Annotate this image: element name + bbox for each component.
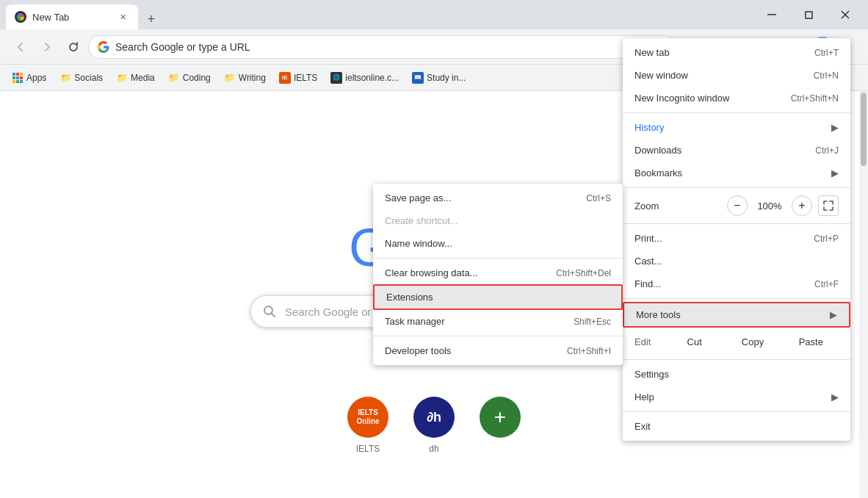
chrome-window: New Tab ✕ + [0, 0, 868, 498]
shortcut-dh[interactable]: ∂h dh [408, 397, 460, 454]
search-placeholder: Search Google or type a [285, 306, 405, 318]
bookmark-coding[interactable]: 📁 Coding [162, 69, 217, 87]
bookmark-apps[interactable]: Apps [6, 69, 52, 87]
folder-icon-media: 📁 [116, 72, 128, 84]
tp-extension-icon[interactable]: Tp [739, 38, 756, 56]
bookmark-ieltsonline[interactable]: 🌐 ieltsonline.c... [325, 69, 405, 87]
svg-rect-16 [12, 76, 15, 79]
apps-grid-icon [12, 72, 23, 84]
back-button[interactable] [9, 35, 32, 59]
bookmark-media-label: Media [131, 73, 155, 83]
svg-rect-17 [16, 76, 19, 79]
shortcut-dh-icon: ∂h [413, 397, 455, 438]
forward-button[interactable] [35, 35, 59, 59]
title-bar: New Tab ✕ + [0, 0, 868, 29]
svg-rect-8 [792, 46, 795, 49]
bookmarks-bar: Apps 📁 Socials 📁 Media 📁 Coding 📁 Writin… [0, 65, 868, 91]
maximize-button[interactable] [792, 2, 825, 27]
active-tab[interactable]: New Tab ✕ [6, 4, 138, 29]
address-text: Search Google or type a URL [115, 41, 668, 53]
scrollbar-area[interactable] [859, 91, 868, 498]
shortcut-dh-label: dh [429, 444, 438, 454]
page-content: Google Search Google or type a IELTSOnli… [0, 91, 868, 498]
bookmark-ielts[interactable]: IE IELTS [273, 69, 323, 87]
svg-rect-13 [12, 73, 15, 76]
bookmark-media[interactable]: 📁 Media [110, 69, 161, 87]
svg-rect-20 [16, 80, 19, 83]
tab-title: New Tab [32, 12, 110, 23]
folder-icon-coding: 📁 [168, 72, 180, 84]
shortcut-ielts[interactable]: IELTSOnline IELTS [342, 397, 394, 454]
folder-icon-socials: 📁 [59, 72, 71, 84]
address-bar[interactable]: Search Google or type a URL [88, 35, 677, 59]
shortcuts-row: IELTSOnline IELTS ∂h dh + [342, 397, 526, 454]
close-window-button[interactable] [828, 2, 862, 27]
svg-rect-14 [16, 73, 19, 76]
svg-line-23 [272, 314, 275, 317]
shortcut-ielts-label: IELTS [356, 444, 380, 454]
extensions-button[interactable] [759, 35, 783, 59]
shortcut-add-icon: + [480, 397, 521, 438]
share-button[interactable] [686, 35, 709, 59]
svg-rect-6 [797, 42, 800, 45]
folder-icon-writing: 📁 [224, 72, 236, 84]
more-menu-button[interactable]: ⋮ [836, 35, 859, 59]
bookmark-ieltsonline-label: ieltsonline.c... [345, 73, 399, 83]
svg-rect-5 [792, 42, 795, 45]
svg-rect-2 [806, 12, 812, 18]
nav-icons: Tp ⋮ [686, 35, 859, 59]
bookmark-studyin-label: Study in... [427, 73, 466, 83]
shortcut-add[interactable]: + [474, 397, 526, 454]
bookmark-socials[interactable]: 📁 Socials [54, 69, 109, 87]
bookmark-writing-label: Writing [239, 73, 266, 83]
minimize-button[interactable] [755, 2, 789, 27]
svg-rect-19 [12, 80, 15, 83]
grid-menu-button[interactable] [786, 35, 809, 59]
new-tab-button[interactable]: + [141, 9, 162, 29]
refresh-button[interactable] [62, 35, 85, 59]
bookmark-button[interactable] [712, 35, 736, 59]
svg-rect-9 [797, 46, 800, 49]
scrollbar-thumb[interactable] [861, 93, 867, 166]
svg-rect-7 [801, 42, 803, 45]
studyin-favicon: 📖 [412, 72, 424, 84]
ieltsonline-favicon: 🌐 [330, 72, 342, 84]
svg-rect-1 [767, 14, 776, 15]
svg-rect-10 [792, 51, 795, 52]
bookmark-studyin[interactable]: 📖 Study in... [406, 69, 471, 87]
bookmark-writing[interactable]: 📁 Writing [218, 69, 272, 87]
close-tab-button[interactable]: ✕ [116, 10, 129, 24]
bookmark-ielts-label: IELTS [294, 73, 317, 83]
ielts-favicon: IE [279, 72, 291, 84]
google-logo: Google [349, 217, 519, 278]
bookmark-coding-label: Coding [183, 73, 211, 83]
tab-favicon [15, 11, 26, 23]
svg-rect-18 [20, 76, 23, 79]
svg-rect-21 [20, 80, 23, 83]
profile-button[interactable] [812, 37, 833, 57]
shortcut-ielts-icon: IELTSOnline [347, 397, 388, 438]
tab-strip: New Tab ✕ + [6, 0, 749, 29]
svg-point-12 [819, 41, 826, 48]
google-center: Google Search Google or type a [250, 217, 618, 328]
nav-bar: Search Google or type a URL Tp ⋮ [0, 29, 868, 65]
search-bar[interactable]: Search Google or type a [250, 295, 618, 328]
window-controls [755, 2, 862, 27]
bookmark-socials-label: Socials [74, 73, 103, 83]
svg-rect-15 [20, 73, 23, 76]
bookmark-apps-label: Apps [26, 73, 46, 83]
